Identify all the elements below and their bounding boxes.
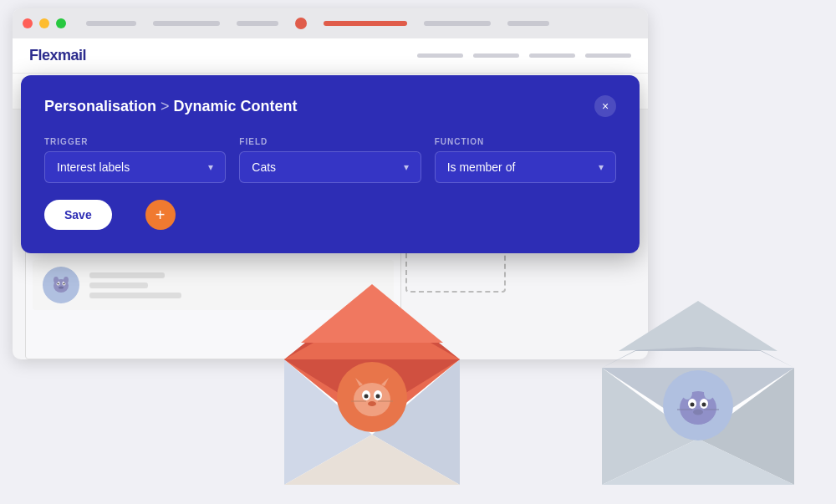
function-label: FUNCTION <box>435 137 616 146</box>
svg-point-44 <box>693 410 703 415</box>
svg-point-11 <box>59 287 64 289</box>
header-nav <box>417 53 631 58</box>
trigger-label: TRIGGER <box>44 137 226 146</box>
line <box>89 283 148 288</box>
envelope-orange <box>276 276 468 496</box>
trigger-select[interactable]: Interest labels ▾ <box>44 151 226 183</box>
nav-seg <box>417 53 463 58</box>
url-end <box>424 21 491 26</box>
svg-point-12 <box>54 277 59 283</box>
close-dot[interactable] <box>23 18 33 28</box>
line <box>89 272 165 278</box>
app-logo: Flexmail <box>29 47 86 64</box>
modal-close-button[interactable]: × <box>594 95 616 117</box>
modal-title-row: Personalisation > Dynamic Content × <box>44 95 616 117</box>
form-bottom-row: Save + <box>44 200 616 230</box>
envelope-gray <box>594 293 803 496</box>
url-seg <box>86 21 136 26</box>
svg-point-28 <box>368 401 376 406</box>
chevron-down-icon: ▾ <box>404 161 409 173</box>
trigger-group: TRIGGER Interest labels ▾ <box>44 137 226 183</box>
svg-point-9 <box>58 283 59 285</box>
svg-marker-37 <box>619 301 777 351</box>
svg-point-27 <box>376 395 380 399</box>
minimize-dot[interactable] <box>39 18 49 28</box>
nav-seg <box>473 53 519 58</box>
line <box>89 293 181 298</box>
chevron-down-icon: ▾ <box>599 161 604 173</box>
chevron-down-icon: ▾ <box>208 161 213 173</box>
url-bar <box>86 18 638 29</box>
svg-point-13 <box>64 277 69 283</box>
svg-point-42 <box>691 403 695 407</box>
url-seg <box>507 21 549 26</box>
field-select[interactable]: Cats ▾ <box>239 151 421 183</box>
dog-icon-small <box>43 267 79 303</box>
url-progress <box>324 21 407 26</box>
form-row: TRIGGER Interest labels ▾ FIELD Cats ▾ F… <box>44 137 616 183</box>
function-group: FUNCTION Is member of ▾ <box>435 137 616 183</box>
field-label: FIELD <box>239 137 421 146</box>
svg-point-43 <box>702 403 706 407</box>
field-group: FIELD Cats ▾ <box>239 137 421 183</box>
svg-point-46 <box>704 386 714 400</box>
svg-point-26 <box>364 395 369 399</box>
modal-title: Personalisation > Dynamic Content <box>44 98 298 115</box>
url-indicator <box>295 18 307 29</box>
add-condition-button[interactable]: + <box>145 200 176 230</box>
app-header: Flexmail <box>13 38 648 74</box>
personalisation-modal: Personalisation > Dynamic Content × TRIG… <box>21 75 640 253</box>
url-seg <box>153 21 220 26</box>
svg-point-23 <box>354 383 390 416</box>
preview-text-lines-2 <box>89 272 181 298</box>
url-seg <box>237 21 278 26</box>
svg-point-10 <box>64 283 65 285</box>
save-button[interactable]: Save <box>44 200 112 230</box>
svg-point-45 <box>682 386 692 400</box>
svg-marker-21 <box>301 284 443 343</box>
browser-titlebar <box>13 8 648 38</box>
nav-seg <box>529 53 575 58</box>
function-select[interactable]: Is member of ▾ <box>435 151 616 183</box>
maximize-dot[interactable] <box>56 18 66 28</box>
nav-seg <box>585 53 631 58</box>
